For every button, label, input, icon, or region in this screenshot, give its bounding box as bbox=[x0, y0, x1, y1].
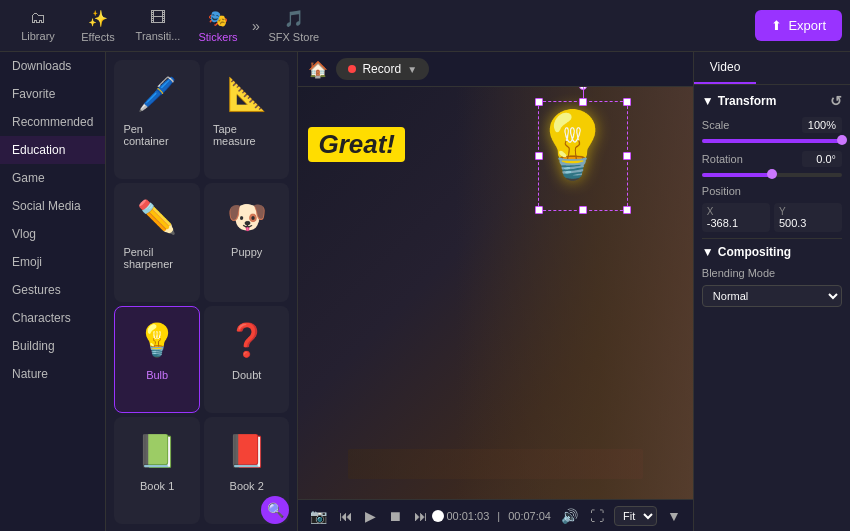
sidebar-item-downloads[interactable]: Downloads bbox=[0, 52, 105, 80]
sticker-pen-container[interactable]: 🖊️ Pen container bbox=[114, 60, 200, 179]
transform-reset-button[interactable]: ↺ bbox=[830, 93, 842, 109]
record-dot-icon bbox=[348, 65, 356, 73]
fullscreen-button[interactable]: ⛶ bbox=[588, 506, 606, 526]
right-panel-tabs: Video bbox=[694, 52, 850, 85]
stop-button[interactable]: ⏹ bbox=[386, 506, 404, 526]
transform-label: Transform bbox=[718, 94, 777, 108]
position-y-field[interactable]: Y 500.3 bbox=[774, 203, 842, 232]
preview-banner: Great! bbox=[308, 127, 405, 162]
time-separator: | bbox=[497, 510, 500, 522]
blending-mode-select[interactable]: Normal bbox=[702, 285, 842, 307]
selection-handle-br[interactable] bbox=[623, 206, 631, 214]
more-tools-icon[interactable]: » bbox=[248, 18, 264, 34]
rotation-label: Rotation bbox=[702, 153, 743, 165]
search-fab[interactable]: 🔍 bbox=[261, 496, 289, 524]
rotation-line bbox=[583, 87, 584, 98]
sidebar-item-recommended[interactable]: Recommended bbox=[0, 108, 105, 136]
doubt-icon: ❓ bbox=[227, 315, 267, 365]
stickers-grid: 🖊️ Pen container 📐 Tape measure ✏️ Penci… bbox=[106, 52, 297, 531]
library-icon: 🗂 bbox=[30, 9, 46, 27]
tool-stickers[interactable]: 🎭 Stickers bbox=[188, 2, 248, 50]
selection-handle-mr[interactable] bbox=[623, 152, 631, 160]
export-icon: ⬆ bbox=[771, 18, 782, 33]
pencil-sharpener-icon: ✏️ bbox=[137, 192, 177, 242]
rotation-slider[interactable] bbox=[702, 173, 842, 177]
sticker-puppy[interactable]: 🐶 Puppy bbox=[204, 183, 290, 302]
preview-controls: 📷 ⏮ ▶ ⏹ ⏭ 00:01:03 | 00:07:04 🔊 ⛶ Fit ▼ bbox=[298, 499, 692, 531]
effects-icon: ✨ bbox=[88, 9, 108, 28]
position-x-field[interactable]: X -368.1 bbox=[702, 203, 770, 232]
sidebar-item-nature[interactable]: Nature bbox=[0, 360, 105, 388]
pos-x-value: -368.1 bbox=[707, 217, 765, 229]
tool-sfx[interactable]: 🎵 SFX Store bbox=[264, 2, 324, 50]
selection-handle-tl[interactable] bbox=[535, 98, 543, 106]
selection-handle-bl[interactable] bbox=[535, 206, 543, 214]
compositing-section-header[interactable]: ▼ Compositing bbox=[702, 245, 842, 259]
tool-transitions-label: Transiti... bbox=[136, 30, 181, 42]
volume-button[interactable]: 🔊 bbox=[559, 506, 580, 526]
divider bbox=[702, 238, 842, 239]
tool-transitions[interactable]: 🎞 Transiti... bbox=[128, 2, 188, 50]
pen-container-icon: 🖊️ bbox=[137, 69, 177, 119]
sticker-doubt[interactable]: ❓ Doubt bbox=[204, 306, 290, 413]
sticker-book1[interactable]: 📗 Book 1 bbox=[114, 417, 200, 524]
tool-library[interactable]: 🗂 Library bbox=[8, 2, 68, 50]
selection-handle-tm[interactable] bbox=[579, 98, 587, 106]
export-button[interactable]: ⬆ Export bbox=[755, 10, 842, 41]
fit-select[interactable]: Fit bbox=[614, 506, 657, 526]
record-chevron-icon: ▼ bbox=[407, 64, 417, 75]
progress-thumb[interactable] bbox=[432, 510, 444, 522]
selection-handle-tr[interactable] bbox=[623, 98, 631, 106]
position-label: Position bbox=[702, 185, 741, 197]
record-button[interactable]: Record ▼ bbox=[336, 58, 429, 80]
scale-label: Scale bbox=[702, 119, 730, 131]
scale-slider-thumb[interactable] bbox=[837, 135, 847, 145]
next-frame-button[interactable]: ⏭ bbox=[412, 506, 430, 526]
scale-slider-fill bbox=[702, 139, 842, 143]
sidebar-item-characters[interactable]: Characters bbox=[0, 304, 105, 332]
scale-slider-row bbox=[702, 139, 842, 143]
compositing-label: Compositing bbox=[718, 245, 791, 259]
bulb-icon: 💡 bbox=[137, 315, 177, 365]
scale-row: Scale 100% bbox=[702, 117, 842, 133]
stickers-icon: 🎭 bbox=[208, 9, 228, 28]
sticker-tape-measure[interactable]: 📐 Tape measure bbox=[204, 60, 290, 179]
tool-effects[interactable]: ✨ Effects bbox=[68, 2, 128, 50]
left-panel: Downloads Favorite Recommended Education… bbox=[0, 52, 106, 531]
preview-header: 🏠 Record ▼ bbox=[298, 52, 692, 87]
sidebar-item-game[interactable]: Game bbox=[0, 164, 105, 192]
transform-section-header[interactable]: ▼ Transform ↺ bbox=[702, 93, 842, 109]
tab-video[interactable]: Video bbox=[694, 52, 756, 84]
sidebar-item-vlog[interactable]: Vlog bbox=[0, 220, 105, 248]
top-toolbar: 🗂 Library ✨ Effects 🎞 Transiti... 🎭 Stic… bbox=[0, 0, 850, 52]
sidebar-item-emoji[interactable]: Emoji bbox=[0, 248, 105, 276]
scale-slider[interactable] bbox=[702, 139, 842, 143]
rotation-slider-fill bbox=[702, 173, 772, 177]
home-button[interactable]: 🏠 bbox=[308, 60, 328, 79]
tool-stickers-label: Stickers bbox=[198, 31, 237, 43]
sticker-bulb[interactable]: 💡 Bulb bbox=[114, 306, 200, 413]
play-button[interactable]: ▶ bbox=[363, 506, 378, 526]
time-current: 00:01:03 bbox=[446, 510, 489, 522]
prev-frame-button[interactable]: ⏮ bbox=[337, 506, 355, 526]
screenshot-button[interactable]: 📷 bbox=[308, 506, 329, 526]
rotation-value: 0.0° bbox=[802, 151, 842, 167]
tool-library-label: Library bbox=[21, 30, 55, 42]
preview-area: 🏠 Record ▼ Great! 💡 bbox=[298, 52, 692, 531]
sidebar-item-social[interactable]: Social Media bbox=[0, 192, 105, 220]
selection-handle-bm[interactable] bbox=[579, 206, 587, 214]
selection-handle-ml[interactable] bbox=[535, 152, 543, 160]
tool-sfx-label: SFX Store bbox=[268, 31, 319, 43]
tape-measure-icon: 📐 bbox=[227, 69, 267, 119]
sidebar-item-gestures[interactable]: Gestures bbox=[0, 276, 105, 304]
rotation-slider-thumb[interactable] bbox=[767, 169, 777, 179]
fit-chevron-icon[interactable]: ▼ bbox=[665, 506, 683, 526]
sticker-pencil-sharpener[interactable]: ✏️ Pencil sharpener bbox=[114, 183, 200, 302]
position-row: Position bbox=[702, 185, 842, 197]
sidebar-item-education[interactable]: Education bbox=[0, 136, 105, 164]
sticker-tape-measure-label: Tape measure bbox=[213, 123, 281, 147]
sidebar-item-favorite[interactable]: Favorite bbox=[0, 80, 105, 108]
sticker-book1-label: Book 1 bbox=[140, 480, 174, 492]
time-total: 00:07:04 bbox=[508, 510, 551, 522]
sidebar-item-building[interactable]: Building bbox=[0, 332, 105, 360]
